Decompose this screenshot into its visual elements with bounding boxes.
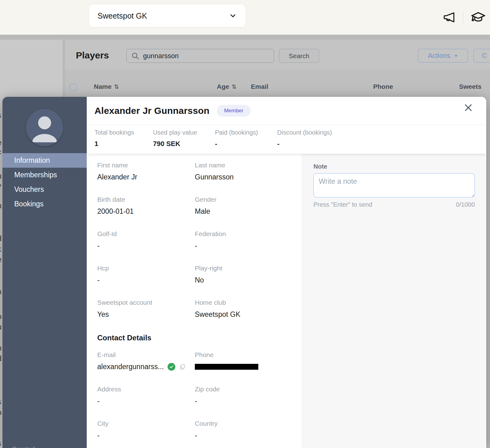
- note-label: Note: [313, 163, 475, 170]
- field-country: Country-: [195, 420, 302, 448]
- close-button[interactable]: [463, 102, 475, 113]
- clipped-letter-fragment: s: [0, 439, 2, 448]
- stat-paid-bookings-: Paid (bookings)-: [215, 129, 277, 148]
- sidebar-item-bookings[interactable]: Bookings: [2, 197, 87, 211]
- column-header-name[interactable]: Name ⇅: [94, 83, 119, 90]
- clipped-letter-fragment: r: [0, 419, 2, 427]
- player-detail-drawer: InformationMembershipsVouchersBookings C…: [2, 97, 486, 448]
- field-federation: Federation-: [195, 230, 302, 265]
- column-header-age[interactable]: Age ⇅: [217, 83, 237, 90]
- clipped-letter-fragment: n: [0, 202, 2, 210]
- phone-value-redacted: [195, 364, 258, 370]
- clipped-letter-fragment: l: [0, 213, 2, 221]
- field-home-club: Home clubSweetspot GK: [195, 299, 302, 333]
- topbar: Sweetspot GK: [0, 0, 490, 35]
- email-value: alexandergunnarss...: [97, 363, 164, 371]
- clipped-letter-fragment: e: [0, 256, 2, 264]
- clipped-letter-fragment: e: [0, 139, 2, 147]
- field-phone: Phone: [195, 351, 302, 386]
- field-last-name: Last nameGunnarsson: [195, 162, 302, 196]
- sort-icon: ⇅: [232, 83, 237, 90]
- clipped-letter-fragment: u: [0, 172, 2, 180]
- column-header-sweetspot-clipped[interactable]: Sweets: [459, 83, 481, 90]
- actions-button[interactable]: Actions ▼: [418, 49, 468, 62]
- clipped-letter-fragment: d: [0, 235, 2, 243]
- sort-icon: ⇅: [114, 83, 119, 90]
- clipped-letter-fragment: d: [0, 355, 2, 363]
- clipped-letter-fragment: n: [0, 344, 2, 352]
- contact-details-heading: Contact Details: [97, 334, 302, 342]
- field-sweetspot-account: Sweetspot accountYes: [97, 299, 195, 333]
- field-first-name: First nameAlexander Jr: [97, 162, 195, 196]
- copy-email-button[interactable]: [179, 364, 186, 370]
- clipped-letter-fragment: s: [0, 398, 2, 406]
- address-fields-grid: Address-Zip code-City-Country-: [97, 386, 302, 448]
- chevron-down-icon: [229, 12, 237, 20]
- information-form: First nameAlexander JrLast nameGunnarsso…: [87, 154, 302, 448]
- stat-discount-bookings-: Discount (bookings)-: [277, 129, 332, 148]
- search-input[interactable]: [143, 52, 269, 60]
- stat-used-play-value: Used play value790 SEK: [153, 129, 215, 148]
- sidebar-item-vouchers[interactable]: Vouchers: [2, 182, 87, 197]
- clipped-letter-fragment: v: [0, 182, 2, 190]
- search-icon: [131, 52, 139, 60]
- column-header-phone[interactable]: Phone: [373, 83, 393, 90]
- created-label-clipped: Created: [12, 445, 35, 448]
- stats-row: Total bookings1Used play value790 SEKPai…: [94, 129, 332, 148]
- note-panel: Note Press "Enter" to send 0/1000: [302, 154, 486, 448]
- caret-down-icon: ▼: [454, 54, 458, 58]
- clipped-letter-fragment: u: [0, 323, 2, 331]
- topbar-divider: [463, 11, 463, 23]
- clipped-letter-fragment: k: [0, 245, 2, 253]
- column-header-email[interactable]: Email: [251, 83, 268, 90]
- close-icon: [463, 103, 475, 113]
- member-badge: Member: [217, 105, 250, 117]
- drawer-sidebar-menu: InformationMembershipsVouchersBookings: [2, 153, 87, 211]
- megaphone-icon: [442, 10, 456, 24]
- field-hcp: Hcp-: [97, 265, 195, 299]
- contact-fields-grid: E-mail alexandergunnarss...: [97, 351, 302, 386]
- copy-icon: [179, 364, 186, 370]
- clipped-letter-fragment: o: [0, 312, 2, 321]
- field-zip-code: Zip code-: [195, 386, 302, 420]
- player-name-title: Alexander Jr Gunnarsson: [94, 106, 209, 116]
- drawer-header: Alexander Jr Gunnarsson Member Total boo…: [87, 97, 486, 154]
- app-screen: secuvrnldkenoundsors Sweetspot GK: [0, 0, 490, 448]
- header-divider: [87, 125, 486, 125]
- stat-total-bookings: Total bookings1: [94, 129, 153, 148]
- field-city: City-: [97, 420, 195, 448]
- clipped-letter-fragment: r: [0, 192, 2, 200]
- academy-button[interactable]: [470, 9, 486, 25]
- create-button-clipped[interactable]: C: [474, 49, 490, 62]
- player-search-box[interactable]: [126, 49, 274, 63]
- graduation-cap-icon: [470, 9, 486, 25]
- search-button[interactable]: Search: [279, 49, 319, 63]
- field-golf-id: Golf-Id-: [97, 230, 195, 265]
- note-hint: Press "Enter" to send: [313, 201, 372, 208]
- clipped-letter-fragment: c: [0, 148, 2, 156]
- announcements-button[interactable]: [442, 10, 456, 24]
- info-fields-grid: First nameAlexander JrLast nameGunnarsso…: [97, 162, 302, 333]
- sidebar-item-memberships[interactable]: Memberships: [2, 168, 87, 182]
- clipped-letter-fragment: n: [0, 288, 2, 296]
- clipped-letter-fragment: o: [0, 408, 2, 417]
- field-birth-date: Birth date2000-01-01: [97, 196, 195, 230]
- page-title: Players: [76, 50, 109, 61]
- drawer-sidebar: InformationMembershipsVouchersBookings C…: [2, 97, 87, 448]
- select-all-checkbox[interactable]: [70, 84, 77, 91]
- avatar: [26, 109, 63, 146]
- drawer-main: Alexander Jr Gunnarsson Member Total boo…: [87, 97, 486, 448]
- club-selector-dropdown[interactable]: Sweetspot GK: [89, 4, 246, 27]
- note-char-counter: 0/1000: [456, 201, 475, 208]
- sidebar-item-information[interactable]: Information: [2, 153, 87, 168]
- field-gender: GenderMale: [195, 196, 302, 230]
- club-selector-value: Sweetspot GK: [98, 11, 147, 20]
- field-play-right: Play-rightNo: [195, 265, 302, 299]
- field-address: Address-: [97, 386, 195, 420]
- clipped-letter-fragment: s: [0, 111, 2, 120]
- check-circle-icon: [168, 363, 175, 371]
- field-email: E-mail alexandergunnarss...: [97, 351, 195, 386]
- note-input[interactable]: [313, 173, 475, 197]
